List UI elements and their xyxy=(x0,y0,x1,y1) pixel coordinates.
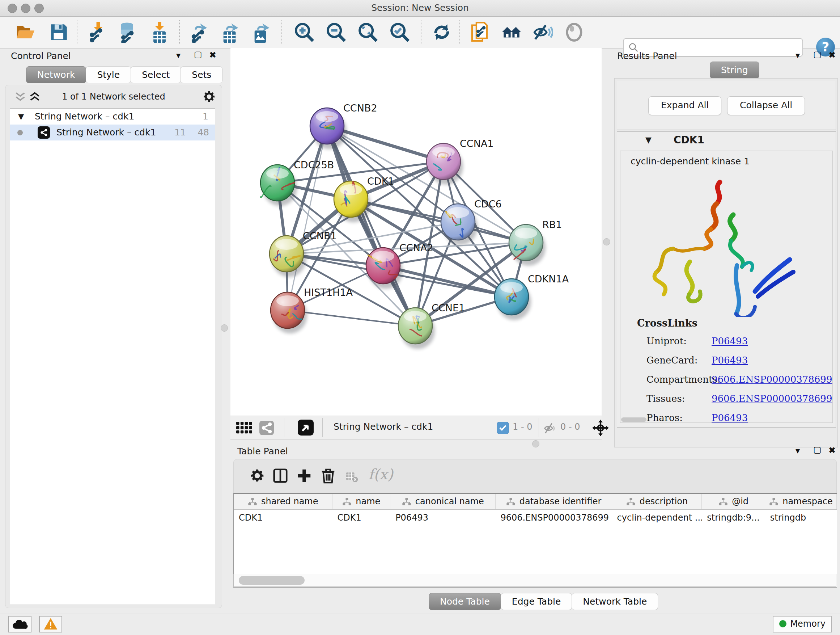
tab-node-table[interactable]: Node Table xyxy=(429,593,501,610)
show-columns-icon[interactable] xyxy=(272,467,289,484)
table-panel-collapse-icon[interactable]: ▾ xyxy=(796,446,800,456)
network-view-icon[interactable] xyxy=(259,421,274,435)
results-panel-close-icon[interactable]: ✖ xyxy=(829,50,836,60)
control-panel-tabs: NetworkStyleSelectSets xyxy=(26,66,222,83)
export-network-icon[interactable] xyxy=(189,22,210,43)
right-splitter-handle[interactable] xyxy=(603,238,610,245)
node-CCNA2[interactable] xyxy=(366,248,400,284)
crosslink-row: Pharos:P06493 xyxy=(646,412,827,423)
grid-view-icon[interactable] xyxy=(236,422,252,434)
crosslink-label: GeneCard: xyxy=(646,355,698,366)
results-hscrollbar-thumb[interactable] xyxy=(621,417,646,422)
node-RB1[interactable] xyxy=(509,225,543,261)
tab-string[interactable]: String xyxy=(710,62,759,79)
network-svg: CCNB2CCNA1CDC25BCDK1CDC6RB1CCNB1CCNA2CDK… xyxy=(231,48,602,416)
apply-layout-icon[interactable] xyxy=(431,22,452,43)
table-row[interactable]: CDK1CDK1P064939606.ENSP00000378699cyclin… xyxy=(234,510,837,526)
node-CCNE1[interactable] xyxy=(398,308,432,344)
column-header-name[interactable]: name xyxy=(332,494,391,509)
control-panel-float-icon[interactable]: ▢ xyxy=(194,49,202,59)
network-tree-root-row[interactable]: ▼ String Network – cdk1 1 xyxy=(10,109,215,125)
cloud-button[interactable] xyxy=(8,616,32,632)
delete-column-icon[interactable] xyxy=(320,467,336,484)
tab-network[interactable]: Network xyxy=(26,66,86,83)
share-document-icon[interactable] xyxy=(470,22,491,43)
warning-button[interactable] xyxy=(39,616,62,632)
network-canvas[interactable]: CCNB2CCNA1CDC25BCDK1CDC6RB1CCNB1CCNA2CDK… xyxy=(231,48,602,416)
selected-nodes-checkbox-icon[interactable] xyxy=(497,422,509,434)
node-CCNB2[interactable] xyxy=(310,108,344,144)
column-header-canonicalname[interactable]: canonical name xyxy=(390,494,495,509)
bottom-splitter-handle[interactable] xyxy=(532,440,539,448)
node-gloss xyxy=(515,228,537,239)
results-panel-float-icon[interactable]: ▢ xyxy=(813,49,821,59)
crosslink-link[interactable]: 9606.ENSP00000378699 xyxy=(712,374,832,385)
node-CDKN1A[interactable] xyxy=(494,279,529,315)
column-header-namespace[interactable]: namespace xyxy=(765,494,837,509)
column-header-databaseidentifier[interactable]: database identifier xyxy=(496,494,612,509)
import-network-file-icon[interactable] xyxy=(87,22,108,43)
node-HIST1H1A[interactable] xyxy=(271,292,305,328)
column-header-description[interactable]: description xyxy=(612,494,702,509)
node-CDK1[interactable] xyxy=(334,181,368,217)
protein-structure-image xyxy=(638,172,798,317)
zoom-in-icon[interactable] xyxy=(294,22,315,43)
tab-style[interactable]: Style xyxy=(86,66,131,83)
crosslink-link[interactable]: P06493 xyxy=(712,336,748,347)
tab-sets[interactable]: Sets xyxy=(180,66,223,83)
node-label-CCNB2: CCNB2 xyxy=(343,103,377,114)
import-network-database-icon[interactable] xyxy=(117,22,137,43)
zoom-out-icon[interactable] xyxy=(325,22,347,43)
tab-select[interactable]: Select xyxy=(131,66,181,83)
table-hscrollbar[interactable] xyxy=(233,574,836,587)
section-expander-icon[interactable]: ▼ xyxy=(645,135,652,144)
results-panel-collapse-icon[interactable]: ▾ xyxy=(796,50,800,60)
node-CDC25B[interactable] xyxy=(261,165,294,201)
table-panel-close-icon[interactable]: ✖ xyxy=(829,445,836,455)
expand-collapse-box: Expand All Collapse All xyxy=(617,81,836,130)
birds-eye-view-icon[interactable] xyxy=(298,420,314,435)
show-panel-icon[interactable] xyxy=(564,22,584,43)
node-table[interactable]: shared namenamecanonical namedatabase id… xyxy=(233,493,837,587)
table-gear-icon[interactable] xyxy=(249,467,265,484)
crosslink-link[interactable]: P06493 xyxy=(712,412,748,423)
import-table-icon[interactable] xyxy=(149,22,170,43)
table-hscrollbar-thumb[interactable] xyxy=(239,576,305,585)
tab-edge-table[interactable]: Edge Table xyxy=(501,593,572,610)
gear-icon[interactable] xyxy=(202,89,216,104)
network-tree: ▼ String Network – cdk1 1 String Network… xyxy=(10,108,215,605)
gene-section-header[interactable]: ▼ CDK1 xyxy=(617,132,836,150)
memory-button[interactable]: Memory xyxy=(773,616,832,632)
save-session-icon[interactable] xyxy=(49,22,69,43)
node-CCNA1[interactable] xyxy=(426,143,461,180)
left-splitter-handle[interactable] xyxy=(221,325,228,332)
open-session-icon[interactable] xyxy=(15,22,36,43)
add-column-icon[interactable] xyxy=(296,467,313,484)
zoom-fit-icon[interactable] xyxy=(357,22,378,43)
tree-expander-icon[interactable]: ▼ xyxy=(18,109,24,125)
column-header-id[interactable]: @id xyxy=(702,494,765,509)
export-image-icon[interactable] xyxy=(251,22,272,43)
node-CDC6[interactable] xyxy=(441,204,475,240)
node-CCNB1[interactable] xyxy=(270,236,303,272)
fit-content-icon[interactable] xyxy=(592,420,609,436)
app-window: Session: New Session ? xyxy=(0,0,840,635)
table-body: CDK1CDK1P064939606.ENSP00000378699cyclin… xyxy=(234,510,837,526)
crosslinks-title: CrossLinks xyxy=(637,318,698,329)
crosslink-link[interactable]: 9606.ENSP00000378699 xyxy=(712,393,832,404)
home-icon[interactable] xyxy=(501,22,522,43)
table-panel-float-icon[interactable]: ▢ xyxy=(813,445,821,455)
node-label-RB1: RB1 xyxy=(542,219,562,230)
network-tree-child-row[interactable]: String Network – cdk1 11 48 xyxy=(10,125,215,141)
hide-panel-icon[interactable] xyxy=(532,22,553,43)
node-label-CDKN1A: CDKN1A xyxy=(528,273,569,285)
crosslink-link[interactable]: P06493 xyxy=(712,355,748,366)
control-panel-close-icon[interactable]: ✖ xyxy=(209,50,216,60)
tab-network-table[interactable]: Network Table xyxy=(572,593,658,610)
column-header-sharedname[interactable]: shared name xyxy=(234,494,332,509)
expand-all-button[interactable]: Expand All xyxy=(648,96,722,115)
collapse-all-button[interactable]: Collapse All xyxy=(727,96,805,115)
export-table-icon[interactable] xyxy=(220,22,241,43)
control-panel-collapse-icon[interactable]: ▾ xyxy=(176,50,180,60)
zoom-selected-icon[interactable] xyxy=(389,22,410,43)
